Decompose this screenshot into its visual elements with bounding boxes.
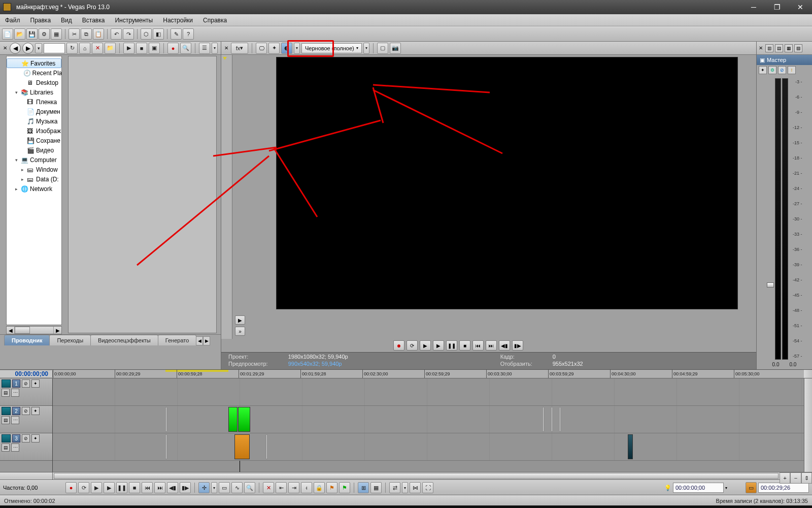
tree-item[interactable]: ▾💻Computer xyxy=(7,155,61,165)
split-screen-dropdown[interactable]: ▾ xyxy=(294,43,300,54)
video-clip[interactable] xyxy=(234,434,250,459)
timeline-lanes[interactable] xyxy=(53,378,804,472)
menu-insert[interactable]: Вставка xyxy=(77,15,110,26)
tree-h-scrollbar[interactable]: ◀ ▶ xyxy=(6,326,62,334)
folder-tree[interactable]: ⭐Favorites 🕘Recent Place 🖥Desktop▾📚Libra… xyxy=(6,56,62,325)
cursor-timecode-field[interactable] xyxy=(673,483,724,493)
zoom-button[interactable]: 🔍 xyxy=(180,43,191,54)
menu-options[interactable]: Настройки xyxy=(158,15,198,26)
views-dropdown-button[interactable]: ▾ xyxy=(212,43,218,54)
normal-edit-tool[interactable]: ✢ xyxy=(198,482,210,493)
tree-item[interactable]: 🎞Пленка xyxy=(7,97,61,107)
video-clip[interactable] xyxy=(238,407,250,432)
master-fx-button[interactable]: ⚙ xyxy=(768,66,776,74)
tree-item[interactable]: 🎬Видео xyxy=(7,145,61,155)
tree-item[interactable]: ⭐Favorites xyxy=(7,58,61,68)
quality-sub-dropdown[interactable]: ▾ xyxy=(363,43,369,54)
trim-end-button[interactable]: ⇥ xyxy=(288,482,299,493)
delete-button[interactable]: ✕ xyxy=(92,43,103,54)
snap-button[interactable]: ⊞ xyxy=(358,482,369,493)
selection-length-field[interactable] xyxy=(758,483,809,493)
scroll-right-button[interactable]: ▶ xyxy=(53,327,61,334)
master-mute-button[interactable]: ⊘ xyxy=(778,66,786,74)
properties-button[interactable]: ⚙ xyxy=(39,28,50,40)
envelope-tool[interactable]: ∿ xyxy=(231,482,243,493)
scroll-left-button[interactable]: ◀ xyxy=(7,327,15,334)
menu-edit[interactable]: Правка xyxy=(25,15,56,26)
track-header-2[interactable]: 2⊘✦ ▤⋯ xyxy=(0,406,52,433)
master-solo-button[interactable]: ! xyxy=(788,66,796,74)
preview-viewport[interactable] xyxy=(276,57,738,309)
zoom-out-h-button[interactable]: − xyxy=(790,472,801,484)
track-comp-button[interactable]: ▤ xyxy=(2,443,10,452)
menu-view[interactable]: Вид xyxy=(56,15,77,26)
new-project-button[interactable]: 📄 xyxy=(2,28,13,40)
new-folder-button[interactable]: 📁 xyxy=(105,43,116,54)
video-clip[interactable] xyxy=(628,434,633,459)
preview-fx-dropdown[interactable]: fx ▾ xyxy=(231,43,248,54)
zoom-in-h-button[interactable]: + xyxy=(780,472,790,484)
preview-ruler[interactable] xyxy=(221,55,232,339)
scroll-thumb[interactable] xyxy=(15,327,30,334)
nav-back-button[interactable]: ◀ xyxy=(10,43,21,54)
record-button[interactable]: ● xyxy=(167,43,179,54)
track-more-button[interactable]: ⋯ xyxy=(11,389,19,397)
tree-item[interactable]: 💾Сохране xyxy=(7,136,61,145)
tree-item[interactable]: ▾📚Libraries xyxy=(7,87,61,97)
track-comp-button[interactable]: ▤ xyxy=(2,389,10,397)
stop-button[interactable]: ■ xyxy=(136,43,147,54)
vegas-taskbar-button[interactable] xyxy=(171,505,195,508)
tl-play-start-button[interactable]: ▶ xyxy=(91,482,102,493)
file-explorer-button[interactable] xyxy=(97,505,122,508)
window-close-button[interactable]: ✕ xyxy=(789,0,812,14)
clip-marker[interactable] xyxy=(551,407,553,432)
tc-dropdown-icon[interactable]: ▾ xyxy=(725,486,727,490)
tl-prev-frame-button[interactable]: ◀▮ xyxy=(167,482,178,493)
chrome-button[interactable] xyxy=(73,505,97,508)
side-next-button[interactable]: » xyxy=(235,327,245,336)
ripple-dropdown[interactable]: ▾ xyxy=(402,482,408,493)
refresh-button[interactable]: ↻ xyxy=(66,43,78,54)
tl-go-start-button[interactable]: ⏮ xyxy=(142,482,153,493)
tl-play-button[interactable]: ▶ xyxy=(104,482,115,493)
track-bypass-button[interactable]: ⊘ xyxy=(22,434,30,442)
prev-frame-button[interactable]: ◀▮ xyxy=(499,340,510,351)
help-button[interactable]: ? xyxy=(183,28,194,40)
save-project-button[interactable]: 💾 xyxy=(26,28,38,40)
tab-scroll-left[interactable]: ◀ xyxy=(196,336,203,345)
tab-generators[interactable]: Генерато xyxy=(158,335,197,345)
tree-item[interactable]: 🖥Desktop xyxy=(7,78,61,87)
track-fx-button[interactable]: ✦ xyxy=(31,379,40,388)
track-header-3[interactable]: 3⊘✦ ▤⋯ xyxy=(0,433,52,461)
output-fx-button[interactable]: ✦ xyxy=(268,43,280,54)
marker-button[interactable]: ⚑ xyxy=(326,482,337,493)
master-prefx-button[interactable]: ✦ xyxy=(759,66,767,74)
tl-delete-button[interactable]: ✕ xyxy=(263,482,274,493)
loop-button[interactable]: ⟳ xyxy=(407,340,418,351)
track-lane-2[interactable] xyxy=(53,406,804,433)
split-screen-button[interactable]: ◐ xyxy=(281,43,292,54)
file-list[interactable] xyxy=(68,56,217,333)
go-end-button[interactable]: ⏭ xyxy=(486,340,497,351)
explorer-close-icon[interactable]: ✕ xyxy=(3,45,8,51)
clip-marker[interactable] xyxy=(165,407,167,432)
ignore-grouping-button[interactable]: ⛶ xyxy=(422,482,433,493)
track-more-button[interactable]: ⋯ xyxy=(11,443,19,452)
stop-button[interactable]: ■ xyxy=(459,340,470,351)
tree-item[interactable]: 🕘Recent Place xyxy=(7,68,61,78)
timeline-h-scrollbar[interactable]: + − ⇕ xyxy=(0,472,812,480)
menu-help[interactable]: Справка xyxy=(198,15,232,26)
lock-button[interactable]: 🔒 xyxy=(314,482,325,493)
master-insert-fx-button[interactable]: ▥ xyxy=(765,44,773,52)
tree-item[interactable]: ▸🌐Network xyxy=(7,184,61,194)
auto-crossfade-button[interactable]: ⋈ xyxy=(410,482,421,493)
copy-button[interactable]: ⧉ xyxy=(81,28,92,40)
track-lane-3[interactable] xyxy=(53,433,804,461)
paste-button[interactable]: 📋 xyxy=(93,28,104,40)
quantize-button[interactable]: ▦ xyxy=(370,482,382,493)
redo-button[interactable]: ↷ xyxy=(123,28,134,40)
preview-close-icon[interactable]: ✕ xyxy=(224,45,229,51)
tl-pause-button[interactable]: ❚❚ xyxy=(116,482,127,493)
tl-loop-button[interactable]: ⟳ xyxy=(78,482,89,493)
auto-preview-button[interactable]: ▣ xyxy=(149,43,160,54)
